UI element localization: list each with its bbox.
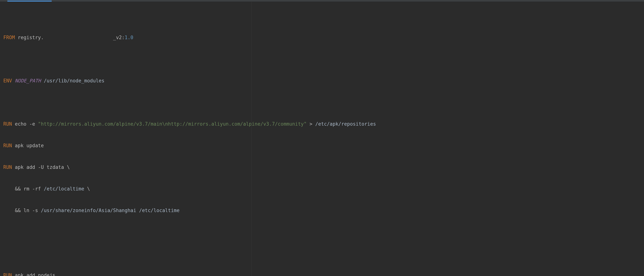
code-line bbox=[3, 250, 641, 257]
dockerfile-keyword: FROM bbox=[3, 35, 15, 40]
path-text: /etc/localtime bbox=[41, 186, 87, 192]
line-continuation: \ bbox=[67, 164, 70, 170]
redirect-operator: > bbox=[307, 121, 312, 127]
version-number: 1.0 bbox=[124, 35, 133, 40]
code-line: FROM registry.cn-beijing.aliyuncs.com/_v… bbox=[3, 34, 641, 41]
flag-text: -rf bbox=[32, 186, 41, 192]
code-text: tzdata bbox=[44, 164, 67, 170]
margin-ruler bbox=[251, 2, 252, 276]
flag-text: -e bbox=[29, 121, 35, 127]
code-text: echo bbox=[12, 121, 29, 127]
tab-bar[interactable] bbox=[0, 0, 644, 2]
code-line bbox=[3, 56, 641, 63]
dockerfile-keyword: RUN bbox=[3, 272, 12, 276]
path-text: /usr/share/zoneinfo/Asia/Shanghai /etc/l… bbox=[38, 208, 180, 213]
env-variable: NODE_PATH bbox=[15, 78, 41, 84]
code-line: RUN echo -e "http://mirrors.aliyun.com/a… bbox=[3, 120, 641, 128]
dockerfile-keyword: ENV bbox=[3, 78, 12, 84]
code-line: ENV NODE_PATH /usr/lib/node_modules bbox=[3, 77, 641, 84]
dockerfile-keyword: RUN bbox=[3, 164, 12, 170]
string-literal: "http://mirrors.aliyun.com/alpine/v3.7/m… bbox=[38, 121, 307, 127]
dockerfile-keyword: RUN bbox=[3, 143, 12, 148]
path-text: /etc/apk/repositories bbox=[312, 121, 376, 127]
code-line bbox=[3, 228, 641, 236]
path-text: /usr/lib/node_modules bbox=[41, 78, 104, 84]
indent bbox=[3, 186, 15, 192]
code-text bbox=[35, 121, 38, 127]
code-text: _v2: bbox=[113, 35, 125, 40]
indent bbox=[3, 208, 15, 213]
dockerfile-keyword: RUN bbox=[3, 121, 12, 127]
code-line: RUN apk add nodejs bbox=[3, 272, 641, 276]
flag-text: -U bbox=[38, 164, 44, 170]
line-continuation: \ bbox=[87, 186, 90, 192]
code-text: apk add bbox=[12, 164, 38, 170]
code-text: apk update bbox=[12, 143, 44, 148]
code-text: ln bbox=[24, 208, 32, 213]
code-text: && bbox=[15, 186, 24, 192]
code-line bbox=[3, 99, 641, 106]
code-text: apk add nodejs bbox=[12, 272, 55, 276]
active-tab-underline bbox=[8, 1, 52, 2]
code-line: RUN apk update bbox=[3, 142, 641, 149]
code-text: && bbox=[15, 208, 24, 213]
flag-text: -s bbox=[32, 208, 38, 213]
code-text: registry. bbox=[15, 35, 44, 40]
code-text: rm bbox=[24, 186, 32, 192]
code-editor[interactable]: FROM registry.cn-beijing.aliyuncs.com/_v… bbox=[0, 2, 644, 276]
code-line: && rm -rf /etc/localtime \ bbox=[3, 185, 641, 192]
code-line: && ln -s /usr/share/zoneinfo/Asia/Shangh… bbox=[3, 207, 641, 214]
obscured-text: cn-beijing.aliyuncs.com/ bbox=[44, 34, 113, 41]
code-line: RUN apk add -U tzdata \ bbox=[3, 164, 641, 171]
